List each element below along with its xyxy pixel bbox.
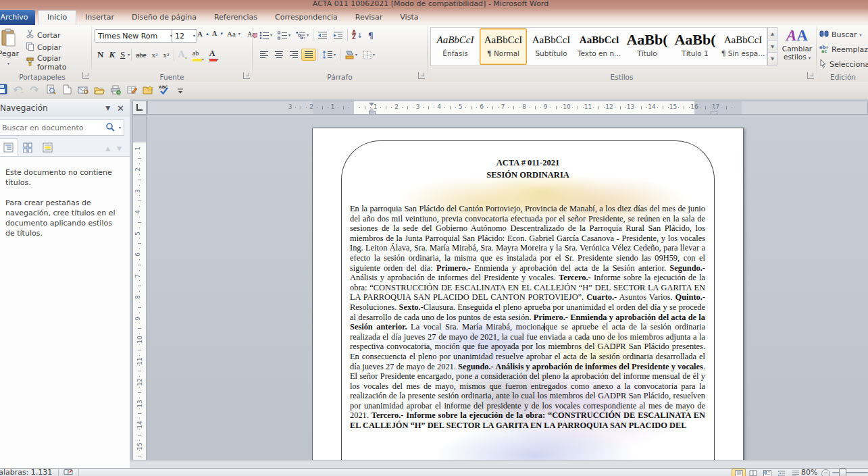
indent-marker[interactable] bbox=[369, 103, 374, 106]
tab-selector[interactable] bbox=[132, 101, 147, 115]
italic-button[interactable]: K bbox=[106, 49, 118, 61]
navigation-pane-menu-button[interactable]: ▼ bbox=[101, 105, 114, 111]
sort-button[interactable]: AZ↓ bbox=[349, 28, 365, 42]
print-preview-button[interactable] bbox=[43, 83, 59, 98]
save-button[interactable] bbox=[0, 83, 10, 98]
undo-button[interactable] bbox=[10, 83, 26, 98]
replace-button[interactable]: abac Reemplazar bbox=[819, 45, 868, 55]
style-título-1[interactable]: AaBb(Título 1 bbox=[671, 28, 719, 65]
web-layout-view-button[interactable] bbox=[760, 469, 774, 476]
shading-button[interactable]: ▾ bbox=[342, 49, 360, 61]
font-family-select[interactable]: Times New Rom▾ bbox=[95, 29, 174, 43]
bullets-button[interactable]: ▾ bbox=[257, 29, 275, 42]
bold-button[interactable]: N bbox=[95, 49, 106, 61]
browse-results-tab[interactable] bbox=[38, 138, 57, 156]
multilevel-list-button[interactable]: ▾ bbox=[293, 29, 311, 42]
style-énfasis[interactable]: AaBbCcIÉnfasis bbox=[432, 28, 479, 65]
cut-button[interactable]: Cortar bbox=[23, 28, 63, 42]
borders-button[interactable]: ▾ bbox=[360, 49, 378, 61]
next-result-button[interactable]: ▼ bbox=[117, 145, 122, 152]
previous-result-button[interactable]: ▲ bbox=[105, 145, 110, 152]
align-left-button[interactable] bbox=[257, 49, 272, 61]
proofing-status-icon[interactable] bbox=[63, 469, 73, 476]
change-case-button[interactable]: Aa▾ bbox=[224, 28, 243, 39]
print-layout-view-button[interactable] bbox=[732, 469, 746, 476]
style-normal[interactable]: AaBbCcI¶ Normal bbox=[480, 28, 527, 65]
zoom-slider-handle[interactable] bbox=[839, 469, 846, 476]
zoom-slider-track[interactable] bbox=[832, 472, 868, 473]
numbering-button[interactable]: ▾ bbox=[275, 29, 293, 42]
style-sin-espa[interactable]: AaBbCcI¶ Sin espa... bbox=[719, 28, 767, 65]
draft-view-button[interactable] bbox=[788, 469, 802, 476]
search-options-dropdown-icon[interactable]: ▾ bbox=[116, 126, 124, 130]
style-título[interactable]: AaBb(Título bbox=[623, 28, 671, 65]
tab-correspondencia[interactable]: Correspondencia bbox=[266, 10, 347, 25]
mail-button[interactable] bbox=[75, 83, 91, 98]
superscript-button[interactable]: x2 bbox=[161, 49, 172, 61]
find-button[interactable]: Buscar▾ bbox=[819, 30, 862, 40]
style-texto-en-n[interactable]: AaBbCclTexto en n... bbox=[576, 28, 623, 65]
justify-button[interactable] bbox=[301, 49, 316, 61]
customize-toolbar-button[interactable] bbox=[172, 83, 188, 98]
gallery-more-button[interactable]: ▼ bbox=[767, 52, 777, 65]
ruler-tick bbox=[551, 107, 551, 108]
ruler-tick bbox=[471, 106, 471, 109]
zoom-out-button[interactable]: − bbox=[821, 469, 830, 476]
tab-insertar[interactable]: Insertar bbox=[76, 10, 123, 25]
highlight-button[interactable]: ab▾ bbox=[190, 47, 207, 62]
clipboard-dialog-launcher[interactable] bbox=[82, 72, 89, 79]
format-painter-button[interactable]: Copiar formato bbox=[23, 53, 91, 73]
tab-revisar[interactable]: Revisar bbox=[347, 10, 391, 25]
tab-referencias[interactable]: Referencias bbox=[205, 10, 266, 25]
tab-vista[interactable]: Vista bbox=[391, 10, 427, 25]
styles-dialog-launcher[interactable] bbox=[807, 72, 814, 79]
align-right-button[interactable] bbox=[286, 49, 301, 61]
outline-view-button[interactable] bbox=[774, 469, 788, 476]
edit-table-button[interactable] bbox=[124, 83, 140, 98]
select-button[interactable]: Seleccionar▾ bbox=[819, 59, 868, 70]
subscript-button[interactable]: x2 bbox=[149, 49, 161, 61]
copy-button[interactable]: Copiar bbox=[23, 41, 64, 54]
gallery-scroll-up-button[interactable]: ▲ bbox=[767, 27, 777, 41]
zoom-level[interactable]: 80% bbox=[801, 469, 817, 476]
spelling-grammar-button[interactable]: ABC bbox=[156, 83, 172, 98]
decrease-indent-button[interactable] bbox=[315, 29, 330, 42]
underline-button[interactable]: S bbox=[118, 49, 128, 61]
search-input[interactable] bbox=[0, 124, 104, 132]
quick-print-button[interactable] bbox=[107, 83, 124, 98]
show-marks-button[interactable]: ¶ bbox=[365, 28, 376, 43]
browse-pages-tab[interactable] bbox=[18, 138, 38, 156]
redo-button[interactable] bbox=[26, 83, 43, 98]
font-size-select[interactable]: 12▾ bbox=[172, 29, 197, 43]
open-folder-button[interactable] bbox=[91, 83, 107, 98]
new-document-button[interactable] bbox=[59, 83, 75, 98]
word-count[interactable]: Palabras: 1.131 bbox=[0, 469, 52, 476]
fullscreen-reading-view-button[interactable] bbox=[746, 469, 760, 476]
change-styles-button[interactable]: AA Cambiar estilos ▾ bbox=[780, 27, 814, 69]
horizontal-scrollbar[interactable] bbox=[130, 460, 868, 468]
navigation-pane-close-button[interactable]: ✕ bbox=[114, 103, 130, 113]
folder-star-button[interactable] bbox=[140, 83, 156, 98]
strikethrough-button[interactable]: abe bbox=[133, 49, 149, 61]
indent-marker[interactable] bbox=[369, 111, 376, 115]
font-color-button[interactable]: A▾ bbox=[207, 47, 222, 62]
text-effects-button[interactable]: A▾ bbox=[176, 49, 190, 61]
tab-archivo[interactable]: Archivo bbox=[0, 10, 35, 25]
search-icon[interactable] bbox=[104, 122, 116, 134]
gallery-scroll-down-button[interactable]: ▼ bbox=[767, 40, 777, 53]
tab-inicio[interactable]: Inicio bbox=[38, 10, 76, 25]
document-page[interactable]: ACTA # 011-2021 SESIÓN ORDINARIA En la p… bbox=[312, 128, 744, 460]
paragraph-dialog-launcher[interactable] bbox=[418, 72, 425, 79]
vertical-ruler[interactable]: 123456789101112131415 bbox=[132, 115, 147, 460]
align-center-button[interactable] bbox=[272, 49, 286, 61]
indent-marker[interactable] bbox=[711, 111, 717, 115]
tab-diseño-de-página[interactable]: Diseño de página bbox=[123, 10, 205, 25]
browse-headings-tab[interactable] bbox=[0, 138, 18, 156]
horizontal-ruler[interactable]: 3211234567891011121314151617 bbox=[147, 101, 868, 115]
line-spacing-button[interactable]: ▾ bbox=[320, 49, 338, 61]
paste-button[interactable]: Pegar▾ bbox=[0, 28, 22, 67]
style-subtítulo[interactable]: AaBbCcISubtítulo bbox=[528, 28, 575, 65]
increase-indent-button[interactable] bbox=[330, 29, 346, 42]
document-body-text[interactable]: En la parroquia San Plácido del Cantón P… bbox=[350, 204, 705, 431]
font-dialog-launcher[interactable] bbox=[243, 72, 250, 79]
